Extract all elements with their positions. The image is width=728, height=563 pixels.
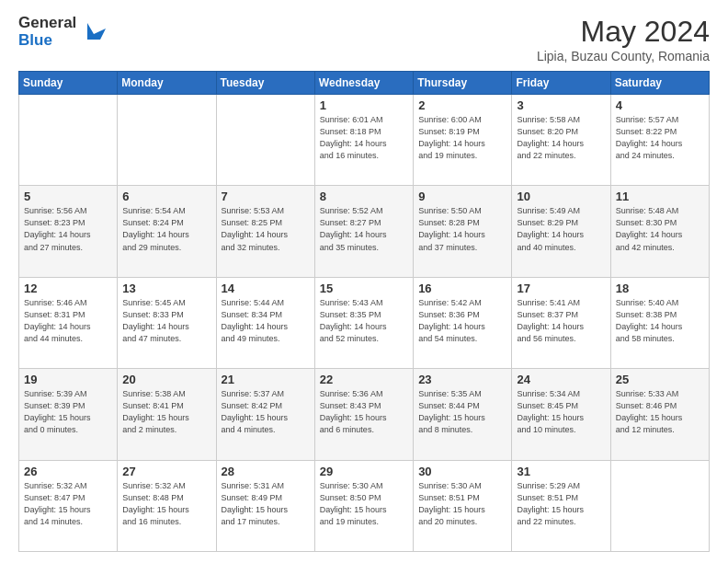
day-number: 7: [222, 190, 310, 203]
day-cell: 4Sunrise: 5:57 AMSunset: 8:22 PMDaylight…: [610, 95, 709, 186]
day-info: Sunrise: 5:32 AMSunset: 8:47 PMDaylight:…: [24, 480, 112, 528]
day-cell: 30Sunrise: 5:30 AMSunset: 8:51 PMDayligh…: [414, 460, 512, 551]
day-cell: 23Sunrise: 5:35 AMSunset: 8:44 PMDayligh…: [414, 369, 512, 460]
logo-icon: [80, 19, 108, 47]
day-cell: 21Sunrise: 5:37 AMSunset: 8:42 PMDayligh…: [216, 369, 314, 460]
week-row-5: 26Sunrise: 5:32 AMSunset: 8:47 PMDayligh…: [19, 460, 710, 551]
title-block: May 2024 Lipia, Buzau County, Romania: [537, 15, 710, 63]
day-header-sunday: Sunday: [19, 72, 118, 95]
logo-text: General Blue: [18, 15, 76, 49]
day-cell: 14Sunrise: 5:44 AMSunset: 8:34 PMDayligh…: [216, 277, 314, 368]
day-cell: 22Sunrise: 5:36 AMSunset: 8:43 PMDayligh…: [314, 369, 413, 460]
day-number: 4: [616, 98, 704, 112]
day-number: 16: [418, 282, 506, 295]
day-cell: 6Sunrise: 5:54 AMSunset: 8:24 PMDaylight…: [118, 186, 216, 277]
day-info: Sunrise: 6:01 AMSunset: 8:18 PMDaylight:…: [320, 114, 408, 162]
day-info: Sunrise: 5:44 AMSunset: 8:34 PMDaylight:…: [222, 297, 310, 345]
day-number: 24: [517, 373, 605, 386]
day-header-saturday: Saturday: [610, 72, 709, 95]
day-info: Sunrise: 5:42 AMSunset: 8:36 PMDaylight:…: [418, 297, 506, 345]
day-info: Sunrise: 5:57 AMSunset: 8:22 PMDaylight:…: [616, 114, 704, 162]
day-info: Sunrise: 5:46 AMSunset: 8:31 PMDaylight:…: [24, 297, 112, 345]
day-number: 1: [320, 98, 408, 112]
day-number: 15: [320, 282, 408, 295]
day-header-tuesday: Tuesday: [216, 72, 314, 95]
day-info: Sunrise: 5:35 AMSunset: 8:44 PMDaylight:…: [418, 388, 506, 436]
day-number: 6: [122, 190, 210, 203]
day-cell: 15Sunrise: 5:43 AMSunset: 8:35 PMDayligh…: [314, 277, 413, 368]
day-cell: 8Sunrise: 5:52 AMSunset: 8:27 PMDaylight…: [314, 186, 413, 277]
calendar-table: SundayMondayTuesdayWednesdayThursdayFrid…: [18, 71, 710, 552]
day-info: Sunrise: 5:52 AMSunset: 8:27 PMDaylight:…: [320, 205, 408, 253]
day-number: 17: [517, 282, 605, 295]
day-number: 8: [320, 190, 408, 203]
day-cell: 10Sunrise: 5:49 AMSunset: 8:29 PMDayligh…: [512, 186, 610, 277]
day-number: 27: [122, 465, 210, 478]
day-number: 29: [320, 465, 408, 478]
day-number: 23: [418, 373, 506, 386]
day-cell: [19, 95, 118, 186]
day-header-wednesday: Wednesday: [314, 72, 413, 95]
day-cell: 13Sunrise: 5:45 AMSunset: 8:33 PMDayligh…: [118, 277, 216, 368]
week-row-1: 1Sunrise: 6:01 AMSunset: 8:18 PMDaylight…: [19, 95, 710, 186]
day-cell: 5Sunrise: 5:56 AMSunset: 8:23 PMDaylight…: [19, 186, 118, 277]
day-cell: [118, 95, 216, 186]
day-info: Sunrise: 5:58 AMSunset: 8:20 PMDaylight:…: [517, 114, 605, 162]
day-cell: 18Sunrise: 5:40 AMSunset: 8:38 PMDayligh…: [610, 277, 709, 368]
week-row-4: 19Sunrise: 5:39 AMSunset: 8:39 PMDayligh…: [19, 369, 710, 460]
day-cell: 16Sunrise: 5:42 AMSunset: 8:36 PMDayligh…: [414, 277, 512, 368]
day-number: 14: [222, 282, 310, 295]
day-number: 5: [24, 190, 112, 203]
day-cell: 2Sunrise: 6:00 AMSunset: 8:19 PMDaylight…: [414, 95, 512, 186]
logo-blue: Blue: [18, 31, 52, 49]
day-info: Sunrise: 5:36 AMSunset: 8:43 PMDaylight:…: [320, 388, 408, 436]
day-cell: 19Sunrise: 5:39 AMSunset: 8:39 PMDayligh…: [19, 369, 118, 460]
day-info: Sunrise: 5:37 AMSunset: 8:42 PMDaylight:…: [222, 388, 310, 436]
day-info: Sunrise: 5:30 AMSunset: 8:51 PMDaylight:…: [418, 480, 506, 528]
day-number: 13: [122, 282, 210, 295]
day-info: Sunrise: 5:32 AMSunset: 8:48 PMDaylight:…: [122, 480, 210, 528]
day-info: Sunrise: 5:50 AMSunset: 8:28 PMDaylight:…: [418, 205, 506, 253]
day-number: 25: [616, 373, 704, 386]
day-number: 3: [517, 98, 605, 112]
day-number: 11: [616, 190, 704, 203]
day-info: Sunrise: 5:49 AMSunset: 8:29 PMDaylight:…: [517, 205, 605, 253]
day-info: Sunrise: 5:30 AMSunset: 8:50 PMDaylight:…: [320, 480, 408, 528]
day-info: Sunrise: 6:00 AMSunset: 8:19 PMDaylight:…: [418, 114, 506, 162]
day-cell: 7Sunrise: 5:53 AMSunset: 8:25 PMDaylight…: [216, 186, 314, 277]
day-header-row: SundayMondayTuesdayWednesdayThursdayFrid…: [19, 72, 710, 95]
header: General Blue May 2024 Lipia, Buzau Count…: [18, 15, 710, 63]
day-number: 10: [517, 190, 605, 203]
day-info: Sunrise: 5:29 AMSunset: 8:51 PMDaylight:…: [517, 480, 605, 528]
day-info: Sunrise: 5:34 AMSunset: 8:45 PMDaylight:…: [517, 388, 605, 436]
day-number: 12: [24, 282, 112, 295]
day-info: Sunrise: 5:31 AMSunset: 8:49 PMDaylight:…: [222, 480, 310, 528]
day-number: 31: [517, 465, 605, 478]
month-title: May 2024: [537, 15, 710, 49]
day-number: 28: [222, 465, 310, 478]
day-cell: 29Sunrise: 5:30 AMSunset: 8:50 PMDayligh…: [314, 460, 413, 551]
day-header-thursday: Thursday: [414, 72, 512, 95]
day-number: 21: [222, 373, 310, 386]
day-number: 19: [24, 373, 112, 386]
day-header-friday: Friday: [512, 72, 610, 95]
day-cell: 20Sunrise: 5:38 AMSunset: 8:41 PMDayligh…: [118, 369, 216, 460]
day-cell: 28Sunrise: 5:31 AMSunset: 8:49 PMDayligh…: [216, 460, 314, 551]
day-cell: 25Sunrise: 5:33 AMSunset: 8:46 PMDayligh…: [610, 369, 709, 460]
day-number: 20: [122, 373, 210, 386]
day-info: Sunrise: 5:45 AMSunset: 8:33 PMDaylight:…: [122, 297, 210, 345]
day-cell: [610, 460, 709, 551]
logo-general: General: [18, 14, 76, 31]
day-cell: 17Sunrise: 5:41 AMSunset: 8:37 PMDayligh…: [512, 277, 610, 368]
day-cell: 24Sunrise: 5:34 AMSunset: 8:45 PMDayligh…: [512, 369, 610, 460]
day-cell: 11Sunrise: 5:48 AMSunset: 8:30 PMDayligh…: [610, 186, 709, 277]
day-number: 30: [418, 465, 506, 478]
day-info: Sunrise: 5:33 AMSunset: 8:46 PMDaylight:…: [616, 388, 704, 436]
week-row-2: 5Sunrise: 5:56 AMSunset: 8:23 PMDaylight…: [19, 186, 710, 277]
day-cell: 31Sunrise: 5:29 AMSunset: 8:51 PMDayligh…: [512, 460, 610, 551]
day-cell: 3Sunrise: 5:58 AMSunset: 8:20 PMDaylight…: [512, 95, 610, 186]
logo: General Blue: [18, 15, 108, 49]
day-info: Sunrise: 5:41 AMSunset: 8:37 PMDaylight:…: [517, 297, 605, 345]
day-number: 18: [616, 282, 704, 295]
day-info: Sunrise: 5:53 AMSunset: 8:25 PMDaylight:…: [222, 205, 310, 253]
